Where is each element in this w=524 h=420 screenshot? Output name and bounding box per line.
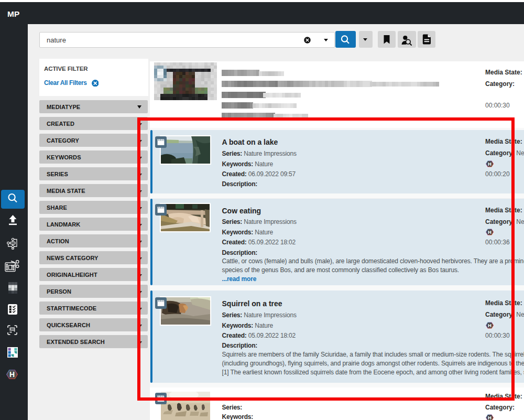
svg-text:H: H: [488, 415, 492, 420]
svg-text:H: H: [9, 370, 15, 379]
